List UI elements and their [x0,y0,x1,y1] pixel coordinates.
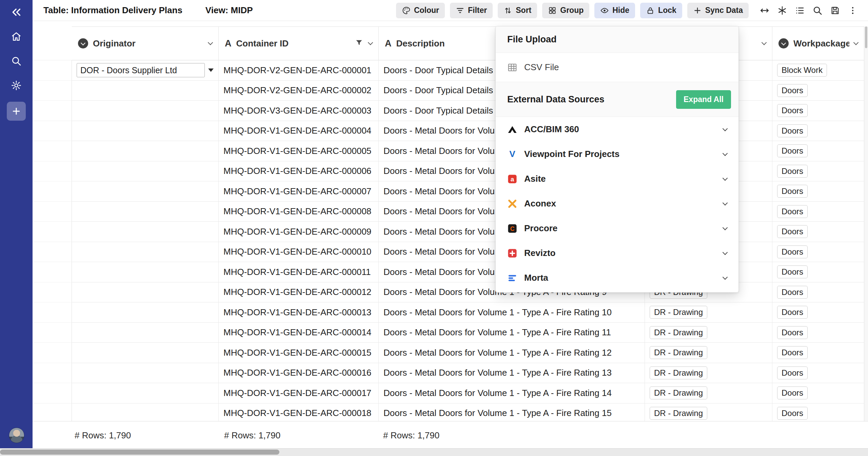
toolbar-button-hide[interactable]: Hide [594,3,635,18]
cell-container-id[interactable]: MHQ-DOR-V1-GEN-DE-ARC-000018 [219,403,379,421]
arrows-h-icon[interactable] [757,3,772,18]
horizontal-scrollbar[interactable] [0,448,868,456]
data-source-acc-bim-360[interactable]: ACC/BIM 360 [496,117,738,142]
data-source-procore[interactable]: CProcore [496,216,738,241]
workpackage-tag[interactable]: Doors [777,144,808,157]
caret-down-icon[interactable] [208,68,214,72]
cell-container-id[interactable]: MHQ-DOR-V1-GEN-DE-ARC-000017 [219,383,379,403]
data-source-viewpoint-for-projects[interactable]: VViewpoint For Projects [496,142,738,166]
column-header-workpackage[interactable]: Workpackage [772,26,864,60]
cell-originator[interactable] [72,302,219,323]
document-type-tag[interactable]: DR - Drawing [650,306,707,319]
cell-workpackage[interactable]: Doors [772,101,864,121]
chevron-down-icon[interactable] [368,40,373,45]
column-header-container-id[interactable]: A Container ID [219,26,379,60]
cell-container-id[interactable]: MHQ-DOR-V1-GEN-DE-ARC-000010 [219,242,379,262]
cell-document-type[interactable]: DR - Drawing [645,363,772,383]
row-handle[interactable] [33,141,72,161]
row-handle[interactable] [33,383,72,403]
cell-originator[interactable] [72,101,219,121]
cell-container-id[interactable]: MHQ-DOR-V1-GEN-DE-ARC-000004 [219,121,379,141]
cell-originator[interactable] [72,181,219,202]
toolbar-button-lock[interactable]: Lock [640,3,682,18]
cell-description[interactable]: Doors - Metal Doors for Volume 1 - Type … [379,323,645,343]
cell-description[interactable]: Doors - Metal Doors for Volume 1 - Type … [379,383,645,403]
workpackage-tag[interactable]: Doors [777,245,808,258]
row-handle[interactable] [33,323,72,343]
cell-originator[interactable] [72,323,219,343]
cell-workpackage[interactable]: Doors [772,242,864,262]
data-source-revizto[interactable]: Revizto [496,241,738,265]
cell-originator[interactable] [72,121,219,141]
cell-workpackage[interactable]: Block Work [772,60,864,81]
cell-document-type[interactable]: DR - Drawing [645,343,772,363]
document-type-tag[interactable]: DR - Drawing [650,346,707,359]
cell-container-id[interactable]: MHQ-DOR-V1-GEN-DE-ARC-000012 [219,282,379,303]
cell-workpackage[interactable]: Doors [772,302,864,323]
document-type-tag[interactable]: DR - Drawing [650,386,707,399]
workpackage-tag[interactable]: Doors [777,346,808,359]
cell-workpackage[interactable]: Doors [772,222,864,242]
cell-container-id[interactable]: MHQ-DOR-V1-GEN-DE-ARC-000016 [219,363,379,383]
chevron-down-icon[interactable] [723,250,728,255]
chevron-down-icon[interactable] [723,200,728,205]
document-type-tag[interactable]: DR - Drawing [650,407,707,420]
chevron-down-icon[interactable] [723,225,728,230]
search-icon[interactable] [8,53,24,69]
cell-workpackage[interactable]: Doors [772,363,864,383]
workpackage-tag[interactable]: Doors [777,124,808,137]
row-handle[interactable] [33,403,72,421]
cell-workpackage[interactable]: Doors [772,121,864,141]
search-icon[interactable] [810,3,825,18]
cell-container-id[interactable]: MHQ-DOR-V3-GEN-DE-ARC-000003 [219,101,379,121]
workpackage-tag[interactable]: Doors [777,205,808,218]
kebab-icon[interactable] [845,3,861,18]
menu-item-csv-file[interactable]: CSV File [496,53,738,82]
data-source-morta[interactable]: Morta [496,265,738,290]
row-handle[interactable] [33,363,72,383]
cell-document-type[interactable]: DR - Drawing [645,383,772,403]
toolbar-button-sync-data[interactable]: Sync Data [687,3,749,18]
workpackage-tag[interactable]: Doors [777,265,808,278]
settings-gear-icon[interactable] [8,77,24,94]
cell-originator[interactable] [72,403,219,421]
row-handle[interactable] [33,161,72,182]
originator-select-box[interactable]: DOR - Doors Supplier Ltd [77,63,205,77]
cell-originator[interactable] [72,222,219,242]
cell-workpackage[interactable]: Doors [772,202,864,222]
add-new-button[interactable] [7,102,26,121]
workpackage-tag[interactable]: Doors [777,326,808,339]
cell-originator[interactable]: DOR - Doors Supplier Ltd [72,60,219,81]
cell-originator[interactable] [72,242,219,262]
cell-description[interactable]: Doors - Metal Doors for Volume 1 - Type … [379,403,645,421]
cell-container-id[interactable]: MHQ-DOR-V1-GEN-DE-ARC-000013 [219,302,379,323]
horizontal-scrollbar-thumb[interactable] [0,450,279,455]
cell-container-id[interactable]: MHQ-DOR-V2-GEN-DE-ARC-000001 [219,60,379,81]
snowflake-icon[interactable] [774,3,790,18]
row-handle[interactable] [33,81,72,101]
row-handle[interactable] [33,302,72,323]
cell-container-id[interactable]: MHQ-DOR-V2-GEN-DE-ARC-000002 [219,81,379,101]
row-handle[interactable] [33,60,72,81]
cell-workpackage[interactable]: Doors [772,181,864,202]
row-handle[interactable] [33,262,72,282]
cell-document-type[interactable]: DR - Drawing [645,302,772,323]
cell-workpackage[interactable]: Doors [772,323,864,343]
cell-container-id[interactable]: MHQ-DOR-V1-GEN-DE-ARC-000009 [219,222,379,242]
workpackage-tag[interactable]: Doors [777,84,808,97]
cell-originator[interactable] [72,363,219,383]
cell-originator[interactable] [72,262,219,282]
cell-container-id[interactable]: MHQ-DOR-V1-GEN-DE-ARC-000005 [219,141,379,161]
cell-description[interactable]: Doors - Metal Doors for Volume 1 - Type … [379,302,645,323]
workpackage-tag[interactable]: Block Work [777,64,827,77]
chevron-down-icon[interactable] [853,40,859,45]
cell-originator[interactable] [72,343,219,363]
cell-originator[interactable] [72,81,219,101]
cell-container-id[interactable]: MHQ-DOR-V1-GEN-DE-ARC-000011 [219,262,379,282]
workpackage-tag[interactable]: Doors [777,386,808,399]
workpackage-tag[interactable]: Doors [777,407,808,420]
user-avatar[interactable] [9,428,24,443]
filter-active-icon[interactable] [355,39,363,48]
toolbar-button-sort[interactable]: Sort [498,3,537,18]
cell-workpackage[interactable]: Doors [772,81,864,101]
